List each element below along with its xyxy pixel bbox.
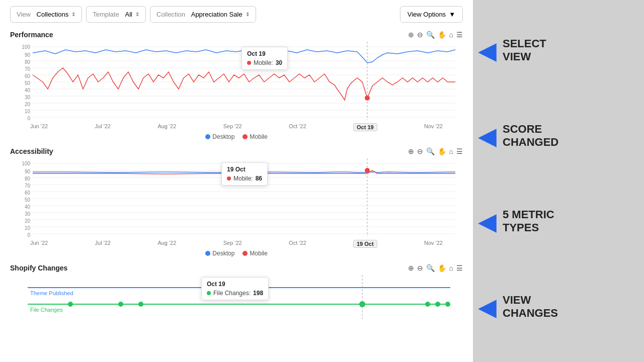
ax-label-sep22: Sep '22 [223, 240, 242, 248]
select-view-line2: VIEW [503, 50, 546, 63]
template-value: All [125, 11, 132, 18]
performance-legend: Desktop Mobile [10, 133, 463, 140]
chevron-down-icon: ▼ [449, 11, 455, 18]
shopify-svg: Theme Published File Changes [10, 275, 453, 320]
sidebar-item-metric-types: ◀ 5 METRIC TYPES [478, 207, 554, 235]
svg-text:90: 90 [25, 52, 31, 58]
accessibility-title: Accessibility [10, 147, 53, 155]
zoom-in-icon[interactable]: ⊕ [408, 31, 414, 39]
svg-text:10: 10 [25, 225, 31, 231]
svg-point-52 [68, 302, 73, 307]
collection-label: Collection [156, 11, 185, 18]
template-label: Template [93, 11, 119, 18]
pan-icon[interactable]: ✋ [438, 31, 446, 39]
ax-label-oct22: Oct '22 [289, 240, 306, 248]
metric-types-line2: TYPES [503, 221, 554, 234]
chevron-icon-3: ⇕ [246, 12, 250, 17]
svg-text:70: 70 [25, 66, 31, 72]
collection-value: Appreciation Sale [191, 11, 243, 18]
svg-text:30: 30 [25, 211, 31, 217]
view-options-label: View Options [408, 11, 446, 18]
shopify-title: Shopify Changes [10, 264, 67, 272]
zoom-out-icon-s[interactable]: ⊖ [417, 264, 423, 272]
ax-label-19oct: 19 Oct [353, 240, 377, 248]
chevron-icon: ⇕ [71, 12, 75, 17]
menu-icon-a[interactable]: ☰ [456, 147, 463, 155]
ax-label-nov22: Nov '22 [424, 240, 443, 248]
svg-text:70: 70 [25, 183, 31, 189]
legend-desktop: Desktop [205, 133, 234, 140]
zoom-out-icon-a[interactable]: ⊖ [417, 147, 423, 155]
legend-desktop-a: Desktop [205, 250, 234, 257]
zoom-out-icon[interactable]: ⊖ [417, 31, 423, 39]
search-icon-s[interactable]: 🔍 [426, 264, 435, 272]
search-icon-a[interactable]: 🔍 [426, 147, 435, 155]
svg-text:0: 0 [27, 232, 30, 238]
chevron-icon-2: ⇕ [135, 12, 139, 17]
svg-text:30: 30 [25, 95, 31, 100]
select-view-text: SELECT VIEW [503, 37, 546, 64]
shopify-section: Shopify Changes ⊕ ⊖ 🔍 ✋ ⌂ ☰ Theme Publis… [10, 264, 463, 320]
view-changes-text: VIEW CHANGES [503, 294, 558, 320]
shopify-chart: Theme Published File Changes Oct 19 [10, 275, 463, 320]
x-label-jun22: Jun '22 [30, 123, 48, 131]
home-icon-a[interactable]: ⌂ [449, 147, 453, 155]
score-changed-line2: CHANGED [503, 136, 558, 149]
svg-text:80: 80 [25, 59, 31, 65]
svg-text:50: 50 [25, 80, 31, 86]
menu-icon-s[interactable]: ☰ [456, 264, 463, 272]
ax-label-jul22: Jul '22 [95, 240, 111, 248]
template-dropdown[interactable]: Template All ⇕ [86, 6, 146, 23]
performance-x-axis: Jun '22 Jul '22 Aug '22 Sep '22 Oct '22 … [10, 122, 463, 131]
view-collections-dropdown[interactable]: View Collections ⇕ [10, 6, 82, 23]
legend-mobile-a: Mobile [243, 250, 267, 257]
view-changes-line1: VIEW [503, 294, 558, 307]
performance-header: Performance ⊕ ⊖ 🔍 ✋ ⌂ ☰ [10, 31, 463, 39]
home-icon[interactable]: ⌂ [449, 31, 453, 39]
mobile-legend-dot [243, 134, 248, 139]
svg-text:Theme Published: Theme Published [30, 290, 73, 296]
menu-icon[interactable]: ☰ [456, 31, 463, 39]
zoom-in-icon-s[interactable]: ⊕ [408, 264, 414, 272]
arrow-left-icon-1: ◀ [478, 36, 497, 64]
accessibility-legend: Desktop Mobile [10, 250, 463, 257]
sidebar: ◀ SELECT VIEW ◀ SCORE CHANGED ◀ 5 METRIC… [473, 0, 644, 362]
view-options-button[interactable]: View Options ▼ [400, 6, 463, 23]
svg-text:10: 10 [25, 109, 31, 114]
search-icon[interactable]: 🔍 [426, 31, 435, 39]
desktop-legend-dot [205, 134, 210, 139]
pan-icon-s[interactable]: ✋ [438, 264, 446, 272]
arrow-left-icon-2: ◀ [478, 122, 497, 150]
svg-text:20: 20 [25, 218, 31, 224]
accessibility-svg: 100 90 80 70 60 50 40 30 20 10 0 [10, 158, 463, 239]
performance-title: Performance [10, 31, 53, 39]
svg-text:40: 40 [25, 204, 31, 210]
x-label-oct19: Oct 19 [353, 123, 377, 131]
home-icon-s[interactable]: ⌂ [449, 264, 453, 272]
collection-dropdown[interactable]: Collection Appreciation Sale ⇕ [150, 6, 256, 23]
svg-text:100: 100 [22, 161, 30, 166]
svg-text:60: 60 [25, 190, 31, 196]
accessibility-controls: ⊕ ⊖ 🔍 ✋ ⌂ ☰ [408, 147, 463, 155]
desktop-legend-label: Desktop [212, 133, 234, 140]
svg-point-53 [118, 302, 123, 307]
ax-label-jun22: Jun '22 [30, 240, 48, 248]
score-changed-text: SCORE CHANGED [503, 123, 558, 149]
svg-point-57 [435, 302, 440, 307]
performance-chart: 100 90 80 70 60 50 40 30 20 10 0 [10, 42, 463, 122]
view-value: Collections [37, 11, 69, 18]
zoom-in-icon-a[interactable]: ⊕ [408, 147, 414, 155]
view-changes-line2: CHANGES [503, 307, 558, 320]
pan-icon-a[interactable]: ✋ [438, 147, 446, 155]
svg-text:50: 50 [25, 197, 31, 203]
accessibility-section: Accessibility ⊕ ⊖ 🔍 ✋ ⌂ ☰ 100 90 80 70 6… [10, 147, 463, 257]
score-changed-line1: SCORE [503, 123, 558, 136]
performance-controls: ⊕ ⊖ 🔍 ✋ ⌂ ☰ [408, 31, 463, 39]
header-bar: View Collections ⇕ Template All ⇕ Collec… [10, 6, 463, 23]
arrow-left-icon-4: ◀ [478, 293, 497, 321]
accessibility-header: Accessibility ⊕ ⊖ 🔍 ✋ ⌂ ☰ [10, 147, 463, 155]
svg-text:40: 40 [25, 87, 31, 93]
x-label-nov22: Nov '22 [424, 123, 443, 131]
svg-point-58 [445, 302, 450, 307]
svg-text:80: 80 [25, 176, 31, 182]
